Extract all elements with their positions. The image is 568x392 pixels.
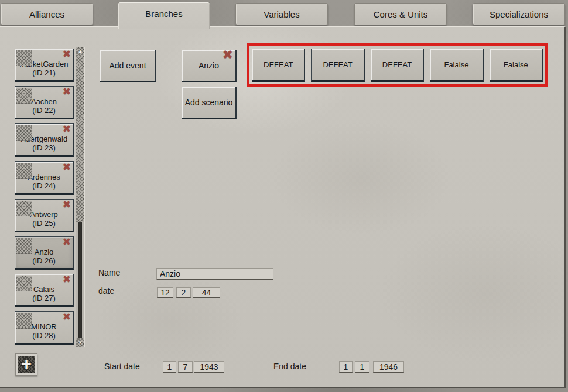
- scenario-label: DEFEAT: [382, 60, 412, 69]
- tab-label: Cores & Units: [374, 9, 428, 19]
- event-anzio-button[interactable]: Anzio ✖: [182, 50, 237, 82]
- tab-label: Alliances: [29, 9, 64, 19]
- tab-label: Specializations: [490, 9, 548, 19]
- texture-corner-icon: [16, 201, 32, 216]
- branch-item-marketgarden[interactable]: ✖ MarketGarden (ID 21): [15, 49, 74, 82]
- branch-id: (ID 21): [32, 68, 56, 77]
- start-date-month-input[interactable]: [178, 361, 193, 373]
- event-name-input[interactable]: [156, 268, 273, 280]
- branch-item-calais[interactable]: ✖ Calais (ID 27): [15, 274, 74, 307]
- start-date-label: Start date: [104, 362, 140, 371]
- branch-list-scrollbar[interactable]: ▲ ▼: [76, 47, 85, 347]
- branch-name: Antwerp: [30, 210, 58, 219]
- highlight-annotation-rect: DEFEAT DEFEAT DEFEAT Falaise Falaise: [247, 43, 548, 87]
- scroll-down-icon[interactable]: ▼: [76, 338, 84, 347]
- texture-corner-icon: [16, 50, 32, 66]
- branch-id: (ID 25): [32, 219, 56, 228]
- name-label: Name: [98, 268, 120, 277]
- branch-item-ardennes[interactable]: ✖ Ardennes (ID 24): [15, 161, 74, 195]
- tab-branches[interactable]: Branches: [118, 2, 210, 29]
- tab-label: Branches: [145, 9, 182, 19]
- end-date-day-input[interactable]: [339, 361, 353, 373]
- delete-branch-icon[interactable]: ✖: [63, 124, 71, 135]
- scenario-editor-window: Alliances Branches Variables Cores & Uni…: [0, 0, 568, 392]
- tab-cores-units[interactable]: Cores & Units: [354, 3, 447, 25]
- add-event-button[interactable]: Add event: [100, 50, 156, 82]
- texture-corner-icon: [16, 125, 32, 141]
- texture-corner-icon: [16, 163, 32, 179]
- add-scenario-button[interactable]: Add scenario: [182, 87, 237, 119]
- texture-corner-icon: [16, 238, 32, 254]
- scenario-label: Falaise: [444, 60, 468, 69]
- delete-branch-icon[interactable]: ✖: [63, 312, 71, 322]
- event-date-month-input[interactable]: [176, 287, 191, 298]
- branch-name: MINOR: [31, 322, 56, 331]
- branch-name: Ardennes: [28, 173, 60, 181]
- branch-id: (ID 27): [32, 294, 56, 302]
- texture-corner-icon: [16, 276, 32, 291]
- scenario-label: DEFEAT: [323, 60, 352, 69]
- branch-item-huertgenwald[interactable]: ✖ Huertgenwald (ID 23): [15, 123, 74, 157]
- tab-alliances[interactable]: Alliances: [1, 3, 93, 25]
- scenario-button-falaise-1[interactable]: Falaise: [430, 49, 483, 82]
- delete-event-icon[interactable]: ✖: [223, 49, 233, 61]
- tab-specializations[interactable]: Specializations: [473, 3, 565, 25]
- scroll-up-icon[interactable]: ▲: [76, 47, 84, 56]
- delete-branch-icon[interactable]: ✖: [63, 274, 71, 285]
- branch-name: Aachen: [31, 97, 57, 106]
- start-date-year-input[interactable]: [194, 361, 224, 373]
- scenario-button-defeat-3[interactable]: DEFEAT: [371, 49, 424, 82]
- branch-item-anzio[interactable]: ✖ Anzio (ID 26): [15, 236, 74, 270]
- branch-id: (ID 23): [32, 143, 56, 152]
- start-date-day-input[interactable]: [163, 361, 176, 373]
- branch-id: (ID 28): [32, 331, 56, 340]
- event-date-day-input[interactable]: [157, 287, 173, 298]
- branch-item-aachen[interactable]: ✖ Aachen (ID 22): [15, 86, 74, 119]
- branches-panel: ✖ MarketGarden (ID 21) ✖ Aachen (ID 22) …: [0, 26, 566, 388]
- event-name-label: Anzio: [199, 61, 219, 70]
- branch-name: Calais: [33, 285, 54, 294]
- end-date-year-input[interactable]: [373, 361, 404, 373]
- tab-bar: Alliances Branches Variables Cores & Uni…: [0, 0, 568, 28]
- branch-name: Anzio: [35, 247, 54, 256]
- delete-branch-icon[interactable]: ✖: [63, 162, 71, 173]
- branch-id: (ID 24): [32, 181, 56, 190]
- branch-id: (ID 22): [32, 106, 56, 115]
- scenario-button-falaise-2[interactable]: Falaise: [490, 49, 543, 82]
- add-event-label: Add event: [109, 61, 146, 70]
- scrollbar-thumb[interactable]: [76, 56, 84, 222]
- texture-corner-icon: [16, 88, 32, 104]
- delete-branch-icon[interactable]: ✖: [63, 200, 71, 210]
- plus-icon: +: [18, 356, 35, 373]
- event-date-year-input[interactable]: [193, 287, 220, 298]
- branch-id: (ID 26): [32, 256, 56, 265]
- add-scenario-label: Add scenario: [185, 98, 233, 107]
- add-branch-button[interactable]: +: [15, 353, 37, 376]
- scenario-button-defeat-1[interactable]: DEFEAT: [252, 49, 305, 82]
- branch-item-minor[interactable]: ✖ MINOR (ID 28): [15, 311, 74, 345]
- scenario-button-defeat-2[interactable]: DEFEAT: [311, 49, 364, 82]
- end-date-label: End date: [273, 362, 306, 371]
- date-label: date: [98, 286, 114, 295]
- tab-label: Variables: [264, 9, 299, 19]
- texture-corner-icon: [16, 313, 32, 329]
- delete-branch-icon[interactable]: ✖: [63, 237, 71, 247]
- delete-branch-icon[interactable]: ✖: [63, 49, 71, 60]
- tab-variables[interactable]: Variables: [235, 3, 328, 25]
- delete-branch-icon[interactable]: ✖: [63, 87, 71, 97]
- scenario-label: Falaise: [504, 60, 528, 69]
- branch-item-antwerp[interactable]: ✖ Antwerp (ID 25): [15, 199, 74, 232]
- end-date-month-input[interactable]: [355, 361, 369, 373]
- scenario-label: DEFEAT: [264, 60, 293, 69]
